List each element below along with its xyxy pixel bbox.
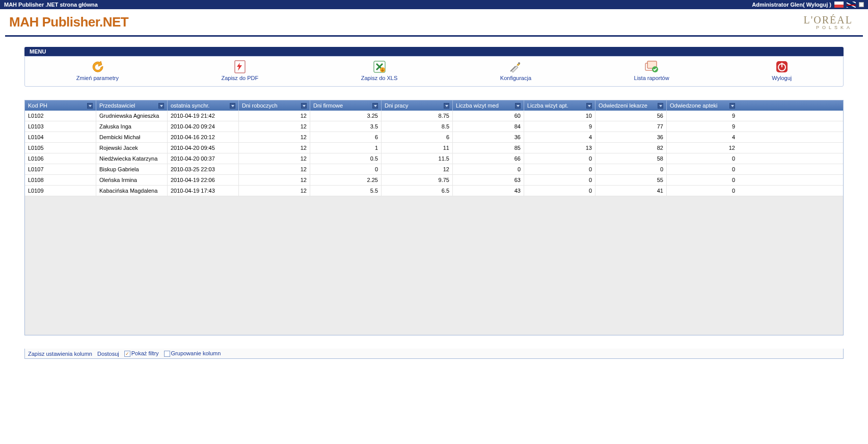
table-cell: 0 [524,186,595,196]
table-cell: 0 [667,186,738,196]
main-content: MENU Zmień parametry Zapisz do PDF Zapis… [0,47,868,359]
table-cell: 0 [524,153,595,164]
tool-change-params[interactable]: Zmień parametry [76,60,119,81]
table-row[interactable]: L0103Załuska Inga2010-04-20 09:24123.58.… [25,121,843,132]
table-cell: 63 [453,175,524,185]
column-header[interactable]: ostatnia synchr. [168,100,239,111]
table-cell: 0 [310,164,382,174]
tool-report-list[interactable]: Lista raportów [634,60,669,81]
table-cell: 2010-04-19 22:06 [168,175,239,185]
table-row[interactable]: L0104Dembicki Michał2010-04-16 20:121266… [25,132,843,143]
table-cell: 41 [595,186,667,196]
menu-heading: MENU [24,47,844,56]
table-cell: L0103 [25,121,96,132]
table-cell: 77 [595,121,667,132]
change-params-icon [88,60,106,74]
column-header[interactable]: Dni firmowe [310,100,382,111]
table-cell: 12 [239,186,310,196]
brand-logo: L'ORÉAL POLSKA [804,14,853,30]
table-cell: 82 [595,143,667,153]
table-row[interactable]: L0106Niedźwiecka Katarzyna2010-04-20 00:… [25,153,843,164]
show-filters-checkbox[interactable]: Pokaż filtry [124,350,159,357]
table-cell: 0 [453,164,524,174]
column-menu-icon[interactable] [658,103,663,109]
tool-label: Zapisz do PDF [221,75,258,81]
table-row[interactable]: L0107Biskup Gabriela2010-03-25 22:031201… [25,164,843,175]
table-row[interactable]: L0108Oleńska Irmina2010-04-19 22:06122.2… [25,175,843,186]
group-columns-checkbox[interactable]: Grupowanie kolumn [164,350,221,357]
toolbar: Zmień parametry Zapisz do PDF Zapisz do … [24,56,844,87]
table-cell: 0 [524,164,595,174]
tool-settings[interactable]: Konfiguracja [500,60,531,81]
table-cell: 0 [524,175,595,185]
column-header[interactable]: Dni pracy [382,100,453,111]
column-menu-icon[interactable] [444,103,449,109]
table-cell: 66 [453,153,524,164]
column-header[interactable]: Liczba wizyt med [453,100,524,111]
table-cell: 2010-04-19 17:43 [168,186,239,196]
table-cell: L0108 [25,175,96,185]
table-cell: Grudniewska Agnieszka [96,111,168,121]
flag-pl-icon[interactable] [834,2,844,8]
logout-icon [773,60,791,74]
column-header[interactable]: Dni roboczych [239,100,310,111]
table-row[interactable]: L0109Kabacińska Magdalena2010-04-19 17:4… [25,186,843,196]
topbar-title: MAH Publisher .NET strona główna [4,2,98,8]
table-cell: 11 [382,143,453,153]
table-cell: 10 [524,111,595,121]
scroll-up-icon[interactable]: ▴ [859,2,864,7]
table-cell: 0 [595,164,667,174]
column-header[interactable]: Odwiedzone apteki [667,100,738,111]
table-cell: 9.75 [382,175,453,185]
table-cell: 4 [667,132,738,142]
table-cell: 13 [524,143,595,153]
table-cell: 43 [453,186,524,196]
table-row[interactable]: L0102Grudniewska Agnieszka2010-04-19 21:… [25,111,843,121]
table-cell: 12 [239,143,310,153]
topbar: MAH Publisher .NET strona główna Adminis… [0,0,868,9]
table-cell: 0 [667,164,738,174]
table-cell: 12 [239,132,310,142]
table-cell: 2010-03-25 22:03 [168,164,239,174]
grid-body[interactable]: L0102Grudniewska Agnieszka2010-04-19 21:… [25,111,843,335]
column-header[interactable]: Odwiedzeni lekarze [595,100,667,111]
table-row[interactable]: L0105Rojewski Jacek2010-04-20 09:4512111… [25,143,843,153]
table-cell: Dembicki Michał [96,132,168,142]
table-cell: Biskup Gabriela [96,164,168,174]
tool-save-pdf[interactable]: Zapisz do PDF [221,60,258,81]
column-menu-icon[interactable] [515,103,521,109]
save-columns-link[interactable]: Zapisz ustawienia kolumn [28,351,92,357]
table-cell: 60 [453,111,524,121]
table-cell: 2010-04-20 00:37 [168,153,239,164]
app-title: MAH Publisher.NET [9,14,128,30]
column-menu-icon[interactable] [729,103,735,109]
table-cell: Kabacińska Magdalena [96,186,168,196]
column-menu-icon[interactable] [158,103,164,109]
table-cell: 11.5 [382,153,453,164]
tool-label: Zapisz do XLS [361,75,398,81]
column-menu-icon[interactable] [230,103,235,109]
grid-footer: Zapisz ustawienia kolumn Dostosuj Pokaż … [24,349,844,359]
customize-link[interactable]: Dostosuj [97,351,119,357]
table-cell: Oleńska Irmina [96,175,168,185]
column-menu-icon[interactable] [586,103,592,109]
column-header[interactable]: Przedstawiciel [96,100,168,111]
flag-uk-icon[interactable] [847,2,856,8]
column-menu-icon[interactable] [87,103,93,109]
tool-save-xls[interactable]: Zapisz do XLS [361,60,398,81]
table-cell: 8.75 [382,111,453,121]
table-cell: 36 [595,132,667,142]
table-cell: 6.5 [382,186,453,196]
column-menu-icon[interactable] [301,103,307,109]
table-cell: L0104 [25,132,96,142]
tool-logout[interactable]: Wyloguj [772,60,792,81]
table-cell: 12 [382,164,453,174]
column-header[interactable]: Liczba wizyt apt. [524,100,595,111]
table-cell: 6 [310,132,382,142]
column-header[interactable]: Kod PH [25,100,96,111]
table-cell: 9 [667,121,738,132]
table-cell: 12 [239,153,310,164]
column-menu-icon[interactable] [372,103,378,109]
table-cell: 2010-04-20 09:24 [168,121,239,132]
topbar-logout-link[interactable]: Wyloguj [806,2,828,8]
